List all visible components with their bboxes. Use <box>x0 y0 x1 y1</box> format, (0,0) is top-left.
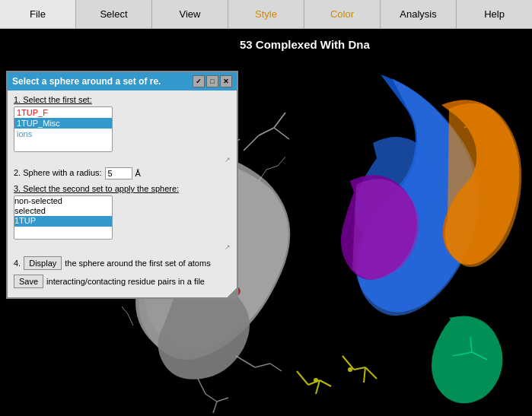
menubar: File Select View Style Color Analysis He… <box>0 0 532 29</box>
option-ions[interactable]: ions <box>14 129 112 139</box>
menu-help[interactable]: Help <box>457 0 532 28</box>
svg-point-33 <box>314 378 318 383</box>
display-button[interactable]: Display <box>24 256 62 270</box>
menu-color[interactable]: Color <box>304 0 381 28</box>
section4-number: 4. <box>14 259 21 268</box>
section1-label: 1. Select the first set: <box>14 95 231 104</box>
panel-minimize-btn[interactable]: □ <box>206 75 218 87</box>
option-selected[interactable]: selected <box>14 206 112 216</box>
panel-close-btn[interactable]: ✕ <box>220 75 232 87</box>
section2-row: 2. Sphere with a radius: Å <box>14 167 231 179</box>
menu-analysis[interactable]: Analysis <box>381 0 457 28</box>
panel-titlebar: Select a sphere around a set of re. ✓ □ … <box>8 72 237 91</box>
section2-label: 2. Sphere with a radius: <box>14 168 102 177</box>
svg-point-32 <box>348 367 352 372</box>
menu-file[interactable]: File <box>0 0 76 28</box>
resize-indicator-1: ↗ <box>225 156 231 164</box>
first-set-listbox[interactable]: 1TUP_F 1TUP_Misc ions <box>14 106 113 152</box>
resize-indicator-2: ↗ <box>225 243 231 251</box>
save-button[interactable]: Save <box>14 275 43 288</box>
panel-checkbox-btn[interactable]: ✓ <box>193 75 205 87</box>
menu-style[interactable]: Style <box>228 0 304 28</box>
panel-title: Select a sphere around a set of re. <box>12 76 191 87</box>
option-1tup-f[interactable]: 1TUP_F <box>14 107 112 118</box>
menu-select[interactable]: Select <box>76 0 152 28</box>
second-set-listbox[interactable]: non-selected selected 1TUP <box>14 195 113 240</box>
panel-content: 1. Select the first set: 1TUP_F 1TUP_Mis… <box>8 91 237 297</box>
panel-resize-handle[interactable] <box>228 288 237 297</box>
save-text: interacting/contacting residue pairs in … <box>46 277 205 286</box>
radius-input[interactable] <box>105 167 132 179</box>
molecule-title: 53 Complexed With Dna <box>240 38 370 51</box>
main-area: 53 Complexed With Dna Select a sphere ar… <box>0 29 532 416</box>
option-non-selected[interactable]: non-selected <box>14 196 112 206</box>
section5-row: Save interacting/contacting residue pair… <box>14 275 231 288</box>
section4-row: 4. Display the sphere around the first s… <box>14 256 231 270</box>
display-text: the sphere around the first set of atoms <box>65 259 210 268</box>
control-panel: Select a sphere around a set of re. ✓ □ … <box>6 71 238 299</box>
option-1tup-misc[interactable]: 1TUP_Misc <box>14 118 112 129</box>
angstrom-unit: Å <box>135 169 141 178</box>
menu-view[interactable]: View <box>152 0 228 28</box>
option-1tup[interactable]: 1TUP <box>14 216 112 226</box>
section3-label: 3. Select the second set to apply the sp… <box>14 184 231 193</box>
